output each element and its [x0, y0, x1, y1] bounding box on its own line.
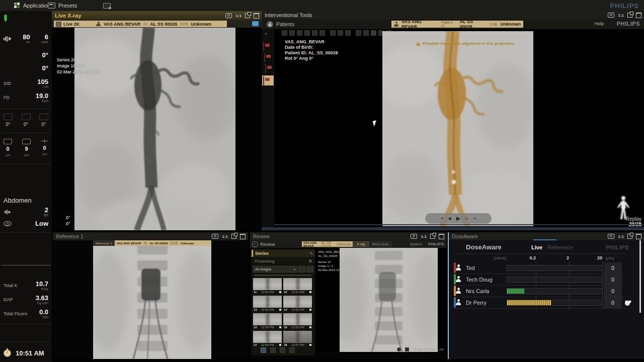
- snapshot-icon[interactable]: [411, 234, 417, 239]
- maximize-icon[interactable]: [240, 234, 246, 239]
- table-height-icon: [22, 139, 31, 144]
- layout-icon[interactable]: [298, 266, 305, 273]
- maximize-icon[interactable]: [254, 13, 259, 19]
- expand-icon[interactable]: [627, 234, 632, 239]
- dose-bar-track: [507, 277, 603, 283]
- send-to-monitor-icon[interactable]: [252, 21, 259, 26]
- fluoro-active-icon: [4, 15, 7, 20]
- print-icon[interactable]: [270, 347, 276, 353]
- it-header[interactable]: Interventional Tools 1:1: [262, 11, 644, 19]
- one-to-one-icon[interactable]: 1:1: [618, 234, 624, 239]
- review-back-tab[interactable]: ‹ Review: [252, 241, 275, 247]
- scrollbar[interactable]: [639, 240, 641, 313]
- live-xray-viewport[interactable]: Series 28 Image 16 / 20 02-Mar-2015 1:51…: [52, 28, 262, 230]
- maximize-icon[interactable]: [636, 234, 641, 239]
- patients-tab[interactable]: Patients: [267, 19, 294, 29]
- reference1-tab[interactable]: Reference 1: [93, 240, 115, 246]
- person-name: Ted: [466, 265, 475, 271]
- review-viewport[interactable]: VAS_ANG_BEVAR AL_SS_00026 Series 12 Imag…: [316, 248, 447, 352]
- maximize-icon[interactable]: [439, 234, 444, 239]
- series-thumbnail[interactable]: 1412:53 PM: [283, 296, 312, 312]
- dose-bar-track: [507, 300, 603, 306]
- series-thumbnail[interactable]: 1212:51 PM: [283, 278, 312, 294]
- snapshot-icon[interactable]: [608, 13, 614, 18]
- it-toolbar[interactable]: [282, 30, 391, 36]
- reference1-patient-banner[interactable]: VAS ANG BEVAR IDAL SS 00026 DOBUnknown: [115, 240, 211, 246]
- exam-thumb-selected[interactable]: [262, 75, 274, 85]
- system-menu[interactable]: System: [410, 242, 422, 246]
- live2k-thumb-icon: [56, 22, 61, 27]
- snapshot-icon[interactable]: [212, 234, 218, 239]
- tab-live2k[interactable]: Live 2K: [54, 21, 96, 27]
- tab-xray[interactable]: X-ray: [353, 241, 369, 247]
- flag-icon[interactable]: [261, 347, 266, 353]
- expander-chevrons[interactable]: »: [265, 31, 267, 36]
- replay-controls[interactable]: « ◀ ▶ ▷ »: [425, 213, 492, 224]
- reference1-image: [93, 240, 211, 359]
- dose-row[interactable]: Nrs Carla 0: [454, 286, 625, 297]
- help-button[interactable]: Help: [594, 21, 604, 26]
- review-patient-banner[interactable]: VAS ANG BEVAR AL SS 00026 Unknown: [302, 241, 353, 247]
- viewer-segmented-control[interactable]: X-ray More tools: [353, 241, 392, 247]
- applications-menu[interactable]: Applications: [14, 0, 53, 11]
- reference1-viewport[interactable]: Reference 1 VAS ANG BEVAR IDAL SS 00026 …: [93, 240, 211, 359]
- it-roadmap-viewport[interactable]: Possible inaccurate alignment in this pr…: [382, 31, 533, 226]
- presets-menu[interactable]: Presets: [48, 0, 77, 11]
- tab-more-tools[interactable]: More tools: [369, 241, 392, 247]
- image-filter-dropdown[interactable]: All images▾: [253, 266, 297, 273]
- live-xray-header[interactable]: Live X-ray 1:1: [52, 11, 262, 20]
- snapshot-icon[interactable]: [225, 13, 232, 18]
- dose-row[interactable]: Ted 0: [454, 262, 625, 274]
- series-thumbnail[interactable]: 1512:54 PM: [253, 313, 282, 329]
- stopwatch-icon[interactable]: [4, 349, 11, 357]
- skip-start-icon[interactable]: «: [441, 216, 443, 221]
- screen-copy-button[interactable]: [103, 0, 111, 11]
- series-thumbnail[interactable]: 1112:51 PM: [253, 278, 282, 294]
- expand-icon[interactable]: [430, 234, 435, 239]
- rotation-angle: 0°: [0, 51, 52, 59]
- one-to-one-icon[interactable]: 1:1: [421, 234, 427, 239]
- exam-thumb-icon[interactable]: [263, 42, 264, 51]
- patients-icon: [267, 21, 273, 28]
- one-to-one-icon[interactable]: 1:1: [235, 14, 242, 18]
- step-back-icon[interactable]: ◀: [448, 216, 451, 221]
- review-header[interactable]: Review 1:1: [250, 232, 447, 240]
- one-to-one-icon[interactable]: 1:1: [618, 13, 624, 18]
- reference1-header[interactable]: Reference 1 1:1: [53, 232, 248, 240]
- dose-row[interactable]: Dr Perry 0: [454, 297, 625, 309]
- step-forward-icon[interactable]: ▷: [465, 216, 468, 221]
- tab-reference[interactable]: Reference: [547, 244, 573, 250]
- maximize-icon[interactable]: [636, 13, 641, 18]
- it-timeline-bar[interactable]: [274, 224, 644, 225]
- series-label: Series 28: [57, 57, 101, 63]
- sort-icon[interactable]: [306, 266, 313, 273]
- patient-banner[interactable]: VAS ANG BEVAR ID AL SS 00026 DOB Unknown: [94, 21, 227, 27]
- snapshot-icon[interactable]: [289, 347, 295, 353]
- current-time: 10:51 AM: [16, 349, 44, 357]
- expand-icon[interactable]: [231, 234, 236, 239]
- play-icon[interactable]: ▶: [456, 215, 460, 222]
- expand-icon[interactable]: [245, 13, 250, 18]
- expand-icon[interactable]: [627, 13, 632, 18]
- one-to-one-icon[interactable]: 1:1: [222, 234, 228, 239]
- dose-row[interactable]: Tech Doug 0: [454, 274, 625, 286]
- series-thumbnail[interactable]: 1612:55 PM: [283, 313, 312, 329]
- dose-value: 0: [604, 277, 622, 283]
- series-thumbnail[interactable]: 1812:57 PM: [283, 331, 312, 347]
- exam-thumb-icon[interactable]: [265, 64, 266, 73]
- skip-end-icon[interactable]: »: [473, 216, 475, 221]
- series-thumbnail[interactable]: 1312:52 PM: [253, 296, 282, 312]
- image-counter: Image 16 / 20: [57, 63, 101, 69]
- series-tab[interactable]: Series ✎: [252, 250, 315, 257]
- exam-thumb-icon[interactable]: [264, 53, 265, 62]
- snapshot-icon[interactable]: [608, 234, 614, 239]
- it-patient-banner[interactable]: VAS ANG BEVAR Patient ID AL SS 00026 DOB…: [391, 21, 523, 28]
- hint-text-line: [254, 275, 311, 276]
- series-thumbnail[interactable]: 1712:56 PM: [253, 331, 282, 347]
- sidebar-toolbar[interactable]: [261, 347, 295, 353]
- processing-tab[interactable]: Processing ▣: [252, 258, 315, 264]
- table-position-row: 0cm 9cm 0cm: [0, 137, 52, 160]
- export-icon[interactable]: [280, 347, 285, 353]
- tab-live[interactable]: Live: [531, 244, 542, 250]
- protocol-row[interactable]: Abdomen: [0, 196, 52, 204]
